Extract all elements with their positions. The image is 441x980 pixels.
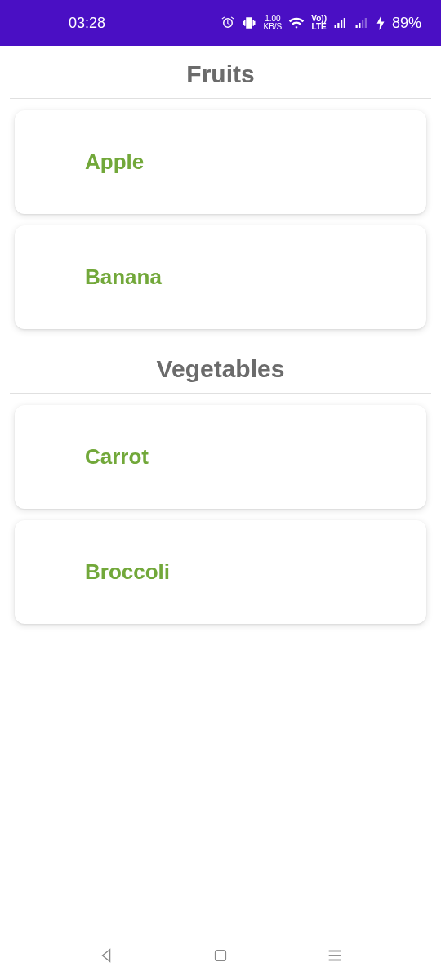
wifi-icon <box>288 15 305 31</box>
alarm-icon <box>220 16 235 30</box>
list-item[interactable]: Carrot <box>15 405 426 509</box>
navigation-bar <box>0 931 441 980</box>
vibrate-icon <box>242 16 256 30</box>
card-label: Broccoli <box>85 559 407 585</box>
status-indicators: 1.00 KB/S Vo)) LTE 89% <box>220 15 421 32</box>
status-time: 03:28 <box>20 15 105 32</box>
data-rate: 1.00 KB/S <box>263 15 282 31</box>
home-button[interactable] <box>209 944 232 967</box>
list-item[interactable]: Apple <box>15 110 426 214</box>
section-header-fruits: Fruits <box>10 46 431 99</box>
back-button[interactable] <box>95 944 118 967</box>
svg-rect-0 <box>216 951 226 961</box>
card-label: Banana <box>85 265 407 290</box>
data-rate-unit: KB/S <box>263 23 282 31</box>
volte-bot: LTE <box>312 23 327 31</box>
charging-icon <box>376 16 385 30</box>
recent-apps-button[interactable] <box>323 944 346 967</box>
signal-icon-1 <box>333 16 348 30</box>
volte-indicator: Vo)) LTE <box>311 15 327 31</box>
signal-icon-2 <box>354 16 369 30</box>
list-item[interactable]: Broccoli <box>15 520 426 624</box>
battery-percent: 89% <box>392 15 421 32</box>
status-bar: 03:28 1.00 KB/S Vo)) LTE 89% <box>0 0 441 46</box>
card-label: Apple <box>85 149 407 175</box>
section-header-vegetables: Vegetables <box>10 341 431 394</box>
card-label: Carrot <box>85 444 407 470</box>
list-item[interactable]: Banana <box>15 225 426 329</box>
